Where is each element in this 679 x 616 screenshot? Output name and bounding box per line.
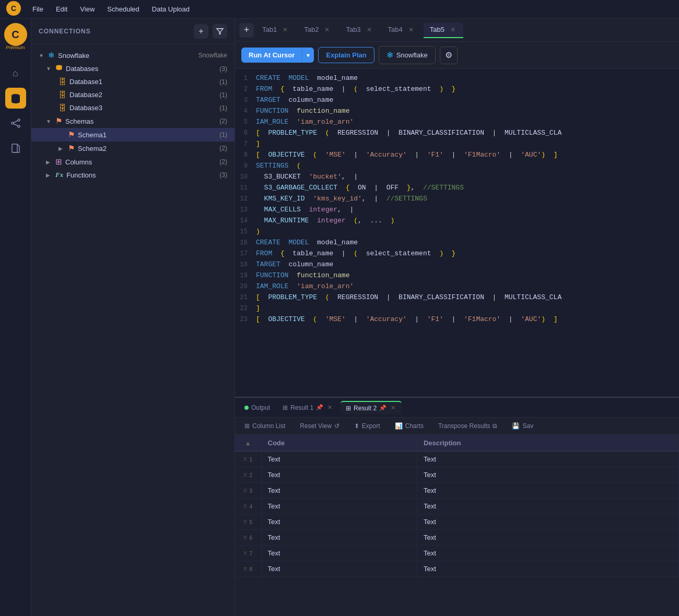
add-tab-button[interactable]: + bbox=[239, 23, 254, 38]
table-row[interactable]: ⠿4 Text Text bbox=[235, 499, 679, 514]
reset-view-button[interactable]: Reset View ↺ bbox=[297, 421, 342, 431]
save-button[interactable]: 💾 Sav bbox=[509, 421, 536, 431]
files-icon[interactable] bbox=[5, 138, 26, 159]
code-editor[interactable]: 1CREATE MODEL model_name2FROM { table_na… bbox=[235, 69, 679, 397]
app-logo-sidebar: C bbox=[4, 23, 27, 46]
tab-1[interactable]: Tab1 ✕ bbox=[256, 22, 296, 38]
table-row[interactable]: ⠿1 Text Text bbox=[235, 452, 679, 467]
root-sublabel: Snowflake bbox=[198, 52, 227, 59]
menu-view[interactable]: View bbox=[75, 3, 100, 15]
code-line: 15) bbox=[235, 227, 679, 238]
svg-line-5 bbox=[14, 124, 18, 126]
table-row[interactable]: ⠿5 Text Text bbox=[235, 514, 679, 530]
explain-plan-button[interactable]: Explain Plan bbox=[318, 47, 374, 63]
desc-cell: Text bbox=[417, 561, 678, 577]
tree-databases[interactable]: ▼ Databases (3) bbox=[31, 62, 235, 75]
column-list-button[interactable]: ⊞ Column List bbox=[241, 421, 288, 431]
desc-cell: Text bbox=[417, 499, 678, 514]
tree-schemas[interactable]: ▼ ⚑ Schemas (2) bbox=[31, 114, 235, 128]
tree-database1[interactable]: 🗄 Database1 (1) bbox=[31, 75, 235, 88]
table-row[interactable]: ⠿7 Text Text bbox=[235, 546, 679, 561]
tree-database3[interactable]: 🗄 Database3 (1) bbox=[31, 101, 235, 114]
desc-cell: Text bbox=[417, 452, 678, 467]
home-icon[interactable]: ⌂ bbox=[5, 63, 26, 84]
table-row[interactable]: ⠿6 Text Text bbox=[235, 530, 679, 546]
desc-cell: Text bbox=[417, 546, 678, 561]
svg-point-1 bbox=[11, 122, 14, 124]
tab1-close[interactable]: ✕ bbox=[281, 26, 289, 34]
code-cell: Text bbox=[261, 499, 417, 514]
menu-scheduled[interactable]: Scheduled bbox=[102, 3, 144, 15]
line-content: CREATE MODEL model_name bbox=[256, 73, 679, 84]
row-num-cell: ⠿6 bbox=[235, 530, 261, 546]
th-description[interactable]: Description bbox=[417, 435, 678, 452]
tab-4[interactable]: Tab4 ✕ bbox=[382, 22, 422, 38]
tab-2[interactable]: Tab2 ✕ bbox=[298, 22, 337, 38]
tab-3[interactable]: Tab3 ✕ bbox=[340, 22, 379, 38]
code-line: 5IAM_ROLE 'iam_role_arn' bbox=[235, 117, 679, 128]
result2-tab-label: Result 2 bbox=[354, 405, 377, 412]
tab3-close[interactable]: ✕ bbox=[365, 26, 373, 34]
save-label: Sav bbox=[522, 422, 533, 430]
code-line: 17FROM { table_name | ( select_statement… bbox=[235, 248, 679, 259]
table-row[interactable]: ⠿2 Text Text bbox=[235, 467, 679, 483]
tab4-close[interactable]: ✕ bbox=[407, 26, 415, 34]
tree-root-snowflake[interactable]: ▼ ❄ Snowflake Snowflake bbox=[31, 49, 235, 62]
filter-connection-button[interactable] bbox=[213, 24, 227, 39]
result2-tab[interactable]: ⊞ Result 2 📌 ✕ bbox=[341, 401, 402, 414]
result1-tab[interactable]: ⊞ Result 1 📌 ✕ bbox=[277, 401, 338, 414]
tree-database2[interactable]: 🗄 Database2 (1) bbox=[31, 88, 235, 101]
result1-close[interactable]: ✕ bbox=[326, 404, 333, 411]
table-row[interactable]: ⠿3 Text Text bbox=[235, 483, 679, 499]
run-at-cursor-button[interactable]: Run At Cursor bbox=[241, 48, 302, 63]
menu-file[interactable]: File bbox=[27, 3, 49, 15]
snowflake-btn-label: Snowflake bbox=[396, 51, 428, 59]
line-number: 21 bbox=[235, 292, 256, 303]
tree-columns[interactable]: ▶ ⊞ Columns (2) bbox=[31, 155, 235, 169]
menu-edit[interactable]: Edit bbox=[51, 3, 73, 15]
database-sidebar-icon[interactable] bbox=[5, 88, 26, 109]
functions-arrow: ▶ bbox=[46, 172, 52, 178]
schema-tree-icon[interactable] bbox=[5, 113, 26, 134]
tab5-close[interactable]: ✕ bbox=[449, 26, 457, 34]
row-drag-icon: ⠿ bbox=[243, 566, 247, 572]
desc-cell: Text bbox=[417, 530, 678, 546]
schema2-count: (2) bbox=[219, 145, 227, 152]
db2-label: Database2 bbox=[69, 91, 216, 99]
tree-functions[interactable]: ▶ Fx Functions (3) bbox=[31, 169, 235, 181]
line-content: ] bbox=[256, 303, 679, 314]
columns-arrow: ▶ bbox=[46, 159, 52, 165]
line-number: 1 bbox=[235, 73, 256, 84]
tab-5[interactable]: Tab5 ✕ bbox=[424, 22, 463, 38]
add-connection-button[interactable]: + bbox=[194, 24, 208, 39]
code-line: 19FUNCTION function_name bbox=[235, 270, 679, 281]
app-logo: C bbox=[6, 1, 21, 16]
line-content: KMS_KEY_ID 'kms_key_id', | //SETTINGS bbox=[256, 194, 679, 205]
line-content: [ OBJECTIVE ( 'MSE' | 'Accuracy' | 'F1' … bbox=[256, 150, 679, 161]
tab2-close[interactable]: ✕ bbox=[323, 26, 331, 34]
code-line: 18TARGET column_name bbox=[235, 259, 679, 270]
export-button[interactable]: ⬆ Export bbox=[351, 421, 383, 431]
run-dropdown-button[interactable]: ▾ bbox=[302, 48, 314, 63]
output-tab-label: Output bbox=[251, 404, 270, 411]
snowflake-tree-icon: ❄ bbox=[48, 51, 55, 60]
tree-schema1[interactable]: ⚑ Schema1 (1) bbox=[31, 128, 235, 141]
transpose-button[interactable]: Transpose Results ⧉ bbox=[435, 421, 501, 431]
result2-close[interactable]: ✕ bbox=[389, 405, 396, 412]
db1-icon: 🗄 bbox=[58, 77, 66, 86]
table-row[interactable]: ⠿8 Text Text bbox=[235, 561, 679, 577]
line-number: 11 bbox=[235, 183, 256, 193]
output-tab[interactable]: Output bbox=[239, 401, 275, 414]
line-number: 9 bbox=[235, 161, 256, 171]
results-table-container: ▲ Code Description ⠿1 Text Text ⠿2 Text … bbox=[235, 435, 679, 616]
tree-schema2[interactable]: ▶ ⚑ Schema2 (2) bbox=[31, 141, 235, 155]
menu-data-upload[interactable]: Data Upload bbox=[147, 3, 195, 15]
th-code[interactable]: Code bbox=[261, 435, 417, 452]
charts-button[interactable]: 📊 Charts bbox=[392, 421, 427, 431]
snowflake-button[interactable]: ❄ Snowflake bbox=[379, 46, 436, 64]
row-num-cell: ⠿2 bbox=[235, 467, 261, 483]
code-line: 14 MAX_RUNTIME integer (, ... ) bbox=[235, 216, 679, 227]
settings-button[interactable]: ⚙ bbox=[440, 46, 458, 64]
export-label: Export bbox=[362, 422, 380, 430]
schemas-icon: ⚑ bbox=[55, 116, 62, 126]
